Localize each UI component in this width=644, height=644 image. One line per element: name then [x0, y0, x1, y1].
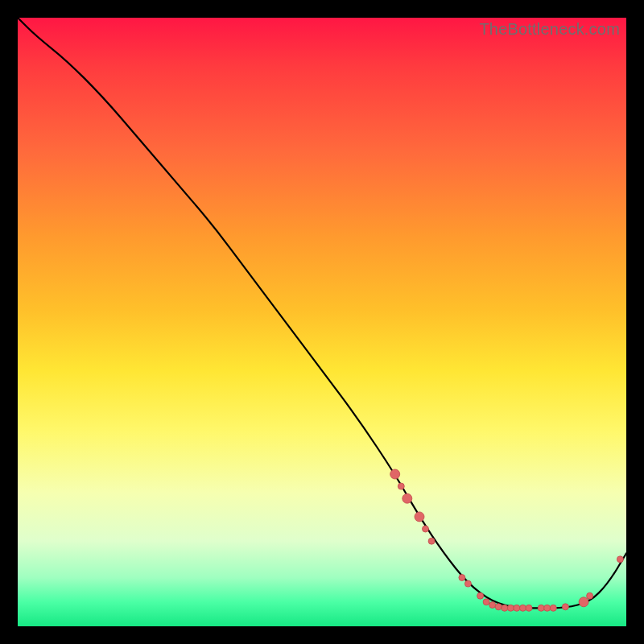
- data-point: [428, 538, 435, 544]
- data-markers: [390, 469, 624, 611]
- data-point: [398, 483, 404, 489]
- data-point: [495, 604, 502, 610]
- data-point: [415, 512, 424, 522]
- data-point: [562, 604, 568, 610]
- data-point: [514, 605, 520, 611]
- data-point: [502, 605, 508, 611]
- data-point: [587, 592, 593, 599]
- data-point: [520, 605, 526, 611]
- chart-svg: [18, 18, 626, 626]
- data-point: [579, 597, 588, 607]
- data-point: [402, 493, 412, 503]
- data-point: [459, 575, 465, 581]
- data-point: [550, 605, 556, 611]
- data-point: [544, 605, 551, 611]
- data-point: [507, 605, 514, 611]
- bottleneck-curve: [18, 18, 626, 608]
- data-point: [526, 605, 532, 611]
- data-point: [538, 605, 544, 611]
- data-point: [617, 556, 623, 563]
- data-point: [477, 592, 484, 599]
- chart-area: TheBottleneck.com: [18, 18, 626, 626]
- data-point: [390, 469, 400, 479]
- data-point: [423, 526, 429, 532]
- data-point: [483, 599, 489, 605]
- data-point: [489, 602, 496, 609]
- data-point: [464, 580, 471, 587]
